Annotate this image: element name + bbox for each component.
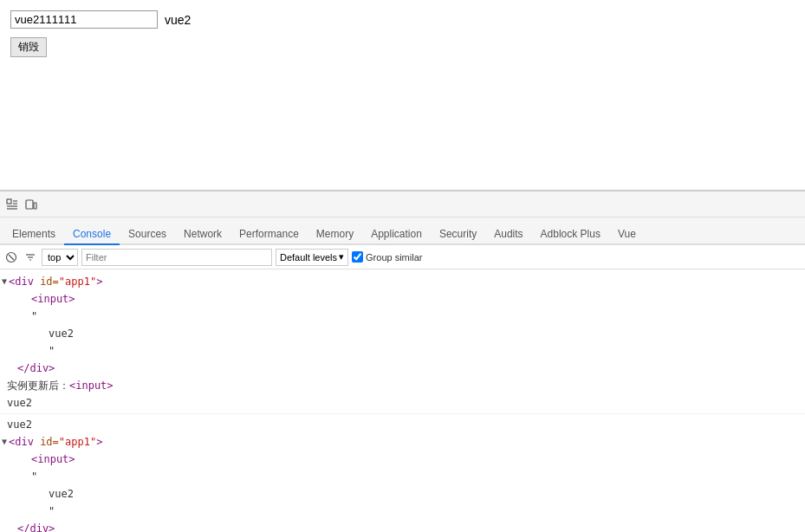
filter-icon[interactable] <box>23 250 38 265</box>
vue2-text-b: vue2 <box>7 418 32 431</box>
tab-audits[interactable]: Audits <box>485 224 531 245</box>
vue-label: vue2 <box>165 13 191 27</box>
tab-network[interactable]: Network <box>175 224 230 245</box>
inspect-element-icon[interactable] <box>3 196 21 213</box>
console-line: " <box>0 342 805 360</box>
console-line-vue2: vue2 <box>0 394 805 412</box>
close-div2: </div> <box>17 522 55 532</box>
input-tag2: <input> <box>31 453 75 465</box>
attr-id2: id= <box>40 436 59 448</box>
input-ref: <input> <box>69 380 114 392</box>
tag-close2: > <box>96 436 102 448</box>
default-levels-label: Default levels <box>280 252 337 263</box>
tab-sources[interactable]: Sources <box>120 224 175 245</box>
console-line: vue2 <box>0 325 805 342</box>
console-line: " <box>0 308 805 325</box>
console-line-vue2b: vue2 <box>0 416 805 433</box>
vue-input[interactable] <box>10 10 158 29</box>
clear-console-icon[interactable] <box>3 250 19 265</box>
group-similar-label[interactable]: Group similar <box>352 251 422 263</box>
console-line: ▼ <div id="app1"> <box>0 433 805 451</box>
quote-char4: " <box>49 505 55 517</box>
devtools-tabs: Elements Console Sources Network Perform… <box>0 217 805 245</box>
console-toolbar: top Default levels ▾ Group similar <box>0 245 805 269</box>
input-tag: <input> <box>31 293 75 305</box>
tab-adblock-plus[interactable]: Adblock Plus <box>532 224 609 245</box>
vue2-text: vue2 <box>49 328 74 340</box>
vue2-val: vue2 <box>7 397 32 409</box>
tab-vue[interactable]: Vue <box>609 224 645 245</box>
tab-console[interactable]: Console <box>64 224 120 245</box>
group-similar-text: Group similar <box>366 252 422 263</box>
console-line-update: 实例更新后：<input> <box>0 377 805 394</box>
expand-triangle[interactable]: ▼ <box>2 274 7 289</box>
group-similar-checkbox[interactable] <box>352 251 363 263</box>
quote-char3: " <box>31 470 37 483</box>
devtools-panel: Elements Console Sources Network Perform… <box>0 191 805 532</box>
page-area: vue2 销毁 <box>0 0 805 191</box>
quote-char: " <box>31 310 37 322</box>
context-select[interactable]: top <box>42 249 78 266</box>
console-line: " <box>0 468 805 485</box>
console-line: ▼ <div id="app1"> <box>0 273 805 290</box>
update-text: 实例更新后： <box>7 380 69 392</box>
attr-value: "app1" <box>59 276 96 288</box>
console-line: </div> <box>0 520 805 532</box>
quote-char2: " <box>49 345 55 357</box>
tab-elements[interactable]: Elements <box>3 224 64 245</box>
page-title-row: vue2 <box>10 10 795 29</box>
tab-memory[interactable]: Memory <box>308 224 362 245</box>
default-levels-button[interactable]: Default levels ▾ <box>276 249 348 266</box>
vue2-text3: vue2 <box>49 488 74 500</box>
svg-rect-5 <box>26 200 33 209</box>
destroy-button[interactable]: 销毁 <box>10 37 47 57</box>
svg-rect-6 <box>34 203 36 209</box>
svg-line-8 <box>9 255 14 260</box>
console-line: <input> <box>0 451 805 468</box>
console-line: " <box>0 503 805 520</box>
console-line: <input> <box>0 290 805 308</box>
console-line: vue2 <box>0 485 805 503</box>
tag-open: <div <box>9 276 34 288</box>
console-content: ▼ <div id="app1"> <input> " vue2 " </div… <box>0 269 805 532</box>
filter-input[interactable] <box>81 249 272 266</box>
console-separator <box>0 413 805 414</box>
tag-open2: <div <box>9 436 34 448</box>
tab-security[interactable]: Security <box>431 224 485 245</box>
devtools-top-toolbar <box>0 191 805 217</box>
svg-rect-0 <box>7 199 11 204</box>
attr-value2: "app1" <box>59 436 96 448</box>
device-toolbar-icon[interactable] <box>23 196 40 213</box>
tab-application[interactable]: Application <box>362 224 431 245</box>
tab-performance[interactable]: Performance <box>230 224 308 245</box>
console-line: </div> <box>0 360 805 377</box>
tag-close-bracket: > <box>96 276 102 288</box>
expand-triangle2[interactable]: ▼ <box>2 434 7 450</box>
levels-dropdown-icon: ▾ <box>339 251 344 263</box>
attr-id: id= <box>40 276 59 288</box>
close-div: </div> <box>17 362 55 374</box>
